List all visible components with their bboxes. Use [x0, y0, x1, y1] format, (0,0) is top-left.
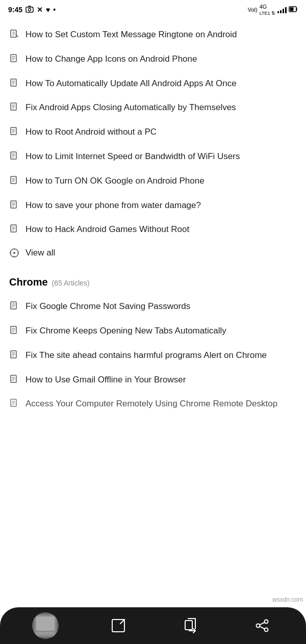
- document-icon: [9, 127, 19, 137]
- status-left: 9:45 ✕ ♥ •: [8, 6, 56, 14]
- svg-point-27: [256, 624, 260, 628]
- article-title: How To Automatically Update All Android …: [26, 78, 237, 90]
- article-title: Fix Google Chrome Not Saving Passwords: [26, 300, 190, 313]
- list-item[interactable]: How to Root Android without a PC: [0, 120, 306, 144]
- share-edit-button[interactable]: [178, 613, 202, 638]
- article-title: Access Your Computer Remotely Using Chro…: [26, 398, 277, 410]
- article-title: How to Limit Internet Speed or Bandwidth…: [26, 150, 240, 163]
- status-bar: 9:45 ✕ ♥ • Vol) 4GLTE1 ⇅: [0, 0, 306, 18]
- list-item[interactable]: Fix Google Chrome Not Saving Passwords: [0, 294, 306, 319]
- svg-rect-3: [290, 8, 294, 11]
- article-title: How to save your phone from water damage…: [26, 199, 201, 212]
- document-icon: [9, 301, 19, 312]
- status-right: Vol) 4GLTE1 ⇅: [248, 4, 298, 16]
- battery-icon: [289, 6, 298, 13]
- chrome-section-header: Chrome (65 Articles): [0, 264, 306, 294]
- article-title: How to Use Gmail Offline in Your Browser: [26, 374, 186, 386]
- document-icon: [9, 200, 19, 211]
- article-title: How to Change App Icons on Android Phone: [26, 53, 197, 65]
- article-title: How to Hack Android Games Without Root: [26, 223, 189, 236]
- svg-rect-0: [26, 7, 33, 12]
- svg-point-1: [29, 8, 31, 11]
- x-icon: ✕: [37, 6, 43, 14]
- document-icon: [9, 79, 19, 89]
- list-item[interactable]: How to Limit Internet Speed or Bandwidth…: [0, 144, 306, 169]
- article-title: How to Set Custom Text Message Ringtone …: [26, 29, 237, 41]
- watermark: wsxdn.com: [272, 596, 303, 603]
- list-item[interactable]: Fix Android Apps Closing Automatically b…: [0, 95, 306, 120]
- document-icon: [9, 102, 19, 113]
- list-item[interactable]: How to save your phone from water damage…: [0, 193, 306, 218]
- chrome-section-count: (65 Articles): [52, 279, 90, 287]
- svg-point-28: [264, 628, 268, 632]
- view-all-item[interactable]: View all: [0, 242, 306, 264]
- svg-point-14: [13, 252, 15, 254]
- svg-point-26: [264, 620, 268, 624]
- article-list: How to Set Custom Text Message Ringtone …: [0, 18, 306, 420]
- list-item[interactable]: Fix Chrome Keeps Opening New Tabs Automa…: [0, 319, 306, 343]
- article-title: How to Root Android without a PC: [26, 126, 157, 138]
- list-item[interactable]: How to Set Custom Text Message Ringtone …: [0, 22, 306, 47]
- list-item[interactable]: How To Automatically Update All Android …: [0, 71, 306, 96]
- svg-rect-22: [36, 616, 55, 631]
- list-item[interactable]: How to Hack Android Games Without Root: [0, 217, 306, 242]
- share-button[interactable]: [250, 613, 274, 638]
- list-item[interactable]: How to Use Gmail Offline in Your Browser: [0, 368, 306, 392]
- article-title: How to Turn ON OK Google on Android Phon…: [26, 175, 205, 187]
- article-title: Fix Chrome Keeps Opening New Tabs Automa…: [26, 325, 226, 337]
- document-icon: [9, 176, 19, 186]
- view-all-label: View all: [26, 248, 55, 258]
- list-item[interactable]: How to Turn ON OK Google on Android Phon…: [0, 169, 306, 193]
- photo-icon: [26, 6, 34, 14]
- list-item[interactable]: Fix The site ahead contains harmful prog…: [0, 343, 306, 368]
- list-item[interactable]: How to Change App Icons on Android Phone: [0, 47, 306, 71]
- thumbnail-preview[interactable]: [32, 612, 59, 639]
- document-icon: [9, 30, 19, 40]
- list-item[interactable]: Access Your Computer Remotely Using Chro…: [0, 392, 306, 416]
- signal-bars: [277, 6, 287, 13]
- dot-icon: •: [53, 6, 56, 14]
- document-icon: [9, 399, 19, 409]
- document-icon: [9, 54, 19, 64]
- time-display: 9:45: [8, 6, 22, 14]
- heart-icon: ♥: [46, 6, 50, 14]
- carrier-label: Vol): [248, 7, 258, 13]
- document-icon: [9, 151, 19, 162]
- article-title: Fix The site ahead contains harmful prog…: [26, 349, 267, 362]
- network-label: 4GLTE1 ⇅: [260, 4, 275, 16]
- bottom-navigation-bar: [0, 607, 306, 644]
- article-title: Fix Android Apps Closing Automatically b…: [26, 101, 236, 114]
- document-icon: [9, 224, 19, 235]
- document-icon: [9, 375, 19, 385]
- svg-rect-25: [185, 621, 192, 630]
- view-all-icon: [9, 248, 19, 258]
- expand-button[interactable]: [106, 613, 131, 638]
- chrome-section-title: Chrome: [9, 276, 48, 288]
- document-icon: [9, 350, 19, 360]
- document-icon: [9, 326, 19, 336]
- svg-rect-23: [36, 632, 55, 635]
